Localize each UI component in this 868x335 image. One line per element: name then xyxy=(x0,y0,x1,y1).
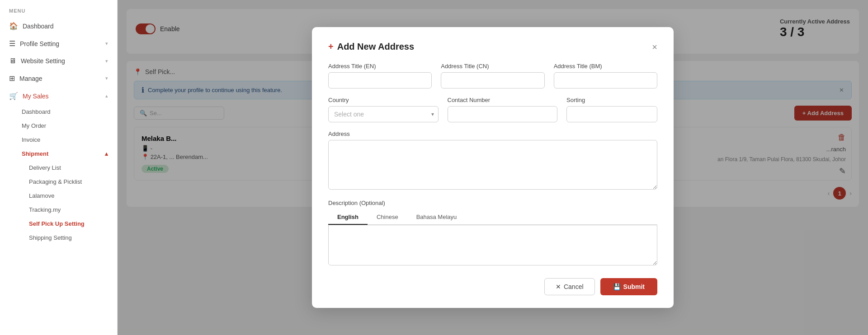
sidebar-sub-item-label: My Order xyxy=(22,122,46,129)
address-title-en-group: Address Title (EN) xyxy=(328,63,432,88)
language-tabs: English Chinese Bahasa Melayu xyxy=(328,210,657,225)
tab-english[interactable]: English xyxy=(328,210,368,225)
sidebar-sub-item-dashboard[interactable]: Dashboard xyxy=(0,105,117,119)
sidebar-sub-item-label: Dashboard xyxy=(22,108,51,115)
menu-label: MENU xyxy=(0,0,117,17)
sidebar-item-my-sales[interactable]: 🛒 My Sales ▴ xyxy=(0,87,117,105)
contact-number-group: Contact Number xyxy=(448,97,558,122)
address-titles-row: Address Title (EN) Address Title (CN) Ad… xyxy=(328,63,657,88)
country-select-wrap: Select one ▾ xyxy=(328,106,439,122)
x-icon: ✕ xyxy=(556,283,561,290)
tab-chinese[interactable]: Chinese xyxy=(368,210,407,225)
country-label: Country xyxy=(328,97,439,103)
sorting-input[interactable] xyxy=(566,106,657,122)
country-select[interactable]: Select one xyxy=(328,106,439,122)
grid-icon: ⊞ xyxy=(9,74,15,83)
sidebar-item-label: Dashboard xyxy=(23,23,54,30)
address-title-bm-group: Address Title (BM) xyxy=(554,63,657,88)
save-icon: 💾 xyxy=(613,283,621,290)
address-title-cn-input[interactable] xyxy=(441,72,544,88)
sidebar-sub-item-label: Invoice xyxy=(22,136,40,143)
modal-header: + Add New Address × xyxy=(328,42,657,52)
address-label: Address xyxy=(328,130,657,137)
modal-backdrop: + Add New Address × Address Title (EN) A… xyxy=(118,0,868,335)
monitor-icon: 🖥 xyxy=(9,57,16,65)
sidebar-sub-item-shipment[interactable]: Shipment ▴ xyxy=(0,147,117,161)
sidebar-sub-item-tracking-my[interactable]: Tracking.my xyxy=(0,203,117,217)
address-title-cn-label: Address Title (CN) xyxy=(441,63,544,70)
sidebar-sub-item-delivery-list[interactable]: Delivery List xyxy=(0,161,117,175)
tab-bahasa-melayu[interactable]: Bahasa Melayu xyxy=(407,210,466,225)
modal-close-button[interactable]: × xyxy=(652,42,657,51)
sidebar-sub-item-my-order[interactable]: My Order xyxy=(0,119,117,133)
chevron-down-icon: ▾ xyxy=(105,75,108,81)
country-group: Country Select one ▾ xyxy=(328,97,439,122)
contact-number-input[interactable] xyxy=(448,106,558,122)
description-group: Description (Optional) English Chinese B… xyxy=(328,200,657,267)
chevron-down-icon: ▾ xyxy=(105,58,108,64)
submit-button[interactable]: 💾 Submit xyxy=(600,278,657,295)
chevron-down-icon: ▾ xyxy=(105,41,108,47)
modal-title: + Add New Address xyxy=(328,42,414,52)
cart-icon: 🛒 xyxy=(9,92,18,100)
cancel-button[interactable]: ✕ Cancel xyxy=(544,278,595,295)
contact-number-label: Contact Number xyxy=(448,97,558,103)
sidebar-item-manage[interactable]: ⊞ Manage ▾ xyxy=(0,70,117,87)
sidebar-sub-item-shipping-setting[interactable]: Shipping Setting xyxy=(0,231,117,245)
plus-icon: + xyxy=(328,42,334,52)
sorting-label: Sorting xyxy=(566,97,657,103)
address-group: Address xyxy=(328,130,657,191)
sidebar-sub-item-label: Shipping Setting xyxy=(29,234,72,241)
list-icon: ☰ xyxy=(9,39,15,48)
modal-footer: ✕ Cancel 💾 Submit xyxy=(328,278,657,295)
address-title-en-label: Address Title (EN) xyxy=(328,63,432,70)
sidebar-item-dashboard[interactable]: 🏠 Dashboard xyxy=(0,17,117,35)
sidebar-item-label: Website Setting xyxy=(21,57,65,65)
sidebar-sub-item-self-pick-up-setting[interactable]: Self Pick Up Setting xyxy=(0,217,117,231)
sidebar-sub-item-packaging-picklist[interactable]: Packaging & Picklist xyxy=(0,175,117,189)
sidebar-sub-item-invoice[interactable]: Invoice xyxy=(0,133,117,147)
sidebar: MENU 🏠 Dashboard ☰ Profile Setting ▾ 🖥 W… xyxy=(0,0,118,335)
sidebar-sub-item-label: Tracking.my xyxy=(29,206,61,213)
sidebar-sub-item-lalamove[interactable]: Lalamove xyxy=(0,189,117,203)
address-textarea[interactable] xyxy=(328,140,657,190)
sidebar-item-label: My Sales xyxy=(23,93,49,100)
description-textarea[interactable] xyxy=(328,225,657,265)
sidebar-sub-item-label: Packaging & Picklist xyxy=(29,178,82,185)
sorting-group: Sorting xyxy=(566,97,657,122)
main-content: Enable Currently Active Address 3 / 3 📍 … xyxy=(118,0,868,335)
sidebar-item-profile-setting[interactable]: ☰ Profile Setting ▾ xyxy=(0,35,117,52)
address-title-bm-input[interactable] xyxy=(554,72,657,88)
sidebar-sub-item-label: Shipment xyxy=(22,150,48,157)
sidebar-sub-item-label: Lalamove xyxy=(29,192,54,199)
sidebar-sub-item-label: Delivery List xyxy=(29,164,61,171)
add-new-address-modal: + Add New Address × Address Title (EN) A… xyxy=(312,27,674,308)
address-title-bm-label: Address Title (BM) xyxy=(554,63,657,70)
address-title-en-input[interactable] xyxy=(328,72,432,88)
description-label: Description (Optional) xyxy=(328,200,657,206)
home-icon: 🏠 xyxy=(9,22,18,30)
address-title-cn-group: Address Title (CN) xyxy=(441,63,544,88)
sidebar-item-label: Manage xyxy=(19,75,42,82)
chevron-up-icon: ▴ xyxy=(105,150,108,157)
country-contact-sorting-row: Country Select one ▾ Contact Number Sort… xyxy=(328,97,657,122)
sidebar-item-label: Profile Setting xyxy=(20,40,59,47)
chevron-up-icon: ▴ xyxy=(105,93,108,99)
sidebar-item-website-setting[interactable]: 🖥 Website Setting ▾ xyxy=(0,52,117,70)
sidebar-sub-item-label: Self Pick Up Setting xyxy=(29,220,85,227)
